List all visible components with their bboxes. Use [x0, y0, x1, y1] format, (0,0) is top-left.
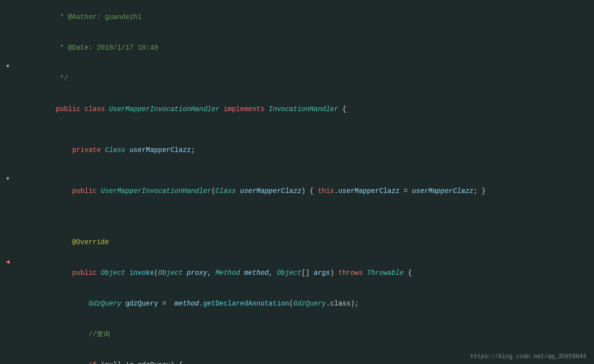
code-line: GdzQuery gdzQuery = method.getDeclaredAn… — [0, 288, 594, 319]
code-line: private Class userMapperClazz; — [0, 135, 594, 166]
left-arrow-icon: ◀ — [4, 258, 12, 266]
line-content: * @Author: guandezhi — [27, 2, 590, 33]
code-line: * @Date: 2019/1/17 10:49 — [0, 33, 594, 63]
code-line: //查询 — [0, 319, 594, 350]
code-line — [0, 207, 594, 217]
code-line: * @Author: guandezhi — [0, 2, 594, 33]
fold-icon[interactable]: ▼ — [4, 176, 12, 182]
gutter: ▼ — [0, 63, 27, 69]
gutter: ◀ — [0, 258, 27, 266]
fold-icon[interactable]: ▼ — [4, 63, 12, 69]
code-editor: * @Author: guandezhi * @Date: 2019/1/17 … — [0, 0, 594, 364]
code-line: ◀ public Object invoke(Object proxy, Met… — [0, 258, 594, 288]
url-bar: https://blog.csdn.net/qq_35859844 — [470, 353, 586, 360]
gutter: ▼ — [0, 176, 27, 182]
code-line: ▼ public UserMapperInvocationHandler(Cla… — [0, 176, 594, 207]
code-line — [0, 217, 594, 227]
code-line — [0, 125, 594, 135]
code-line: ▼ */ — [0, 63, 594, 94]
code-line — [0, 166, 594, 176]
code-line: @Override — [0, 227, 594, 258]
code-line: public class UserMapperInvocationHandler… — [0, 94, 594, 125]
